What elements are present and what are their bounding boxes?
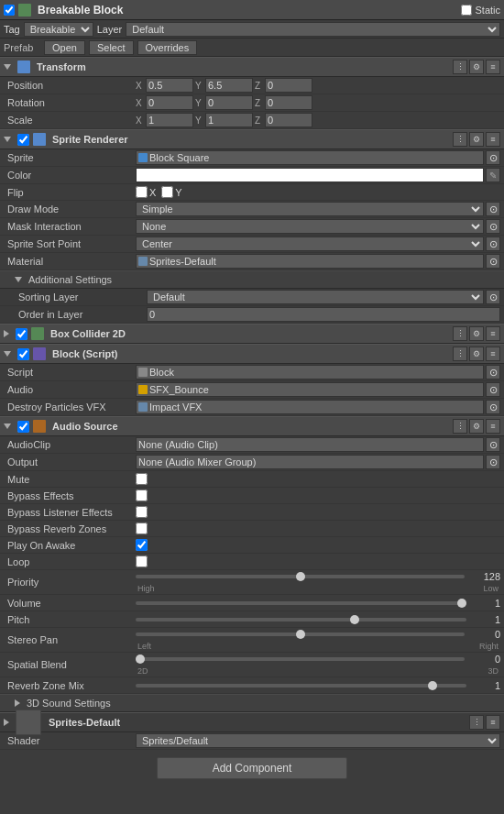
script-pick[interactable]: ⊙ bbox=[486, 365, 500, 380]
reverb-slider[interactable] bbox=[136, 684, 466, 688]
overrides-button[interactable]: Overrides bbox=[137, 40, 198, 55]
box-collider-checkbox[interactable] bbox=[16, 328, 27, 340]
transform-menu-icon[interactable]: ⋮ bbox=[453, 60, 467, 74]
mask-dropdown[interactable]: None bbox=[136, 219, 484, 234]
scale-row: Scale X Y Z bbox=[0, 112, 504, 129]
audioclip-field[interactable]: None (Audio Clip) bbox=[136, 437, 484, 452]
stereo-pan-slider[interactable] bbox=[136, 632, 465, 636]
draw-mode-dropdown[interactable]: Simple bbox=[136, 202, 484, 216]
active-checkbox[interactable] bbox=[4, 5, 15, 16]
block-script-lock-icon[interactable]: ⚙ bbox=[469, 346, 484, 361]
destroy-value: Impact VFX ⊙ bbox=[136, 400, 500, 414]
audioclip-row: AudioClip None (Audio Clip) ⊙ bbox=[0, 436, 504, 454]
pos-y-input[interactable] bbox=[205, 78, 253, 93]
mute-checkbox[interactable] bbox=[136, 473, 148, 485]
sprite-active-checkbox[interactable] bbox=[17, 134, 29, 146]
script-field[interactable]: Block bbox=[136, 365, 484, 380]
sprite-pick-button[interactable]: ⊙ bbox=[486, 150, 500, 165]
flip-y-item: Y bbox=[161, 186, 181, 198]
output-field[interactable]: None (Audio Mixer Group) bbox=[136, 455, 484, 469]
order-in-layer-input[interactable] bbox=[147, 307, 500, 322]
loop-label: Loop bbox=[7, 556, 136, 567]
pos-x-input[interactable] bbox=[146, 78, 193, 93]
rot-x-input[interactable] bbox=[146, 95, 193, 110]
audio-source-menu-icon[interactable]: ⋮ bbox=[453, 419, 467, 434]
select-button[interactable]: Select bbox=[89, 40, 134, 55]
add-component-button[interactable]: Add Component bbox=[157, 757, 348, 779]
pos-z-input[interactable] bbox=[265, 78, 312, 93]
audio-source-lock-icon[interactable]: ⚙ bbox=[469, 419, 484, 434]
play-on-awake-label: Play On Awake bbox=[7, 540, 136, 551]
transform-section-header[interactable]: Transform ⋮ ⚙ ≡ bbox=[0, 57, 504, 77]
mask-pick[interactable]: ⊙ bbox=[486, 219, 500, 234]
audio-field[interactable]: SFX_Bounce bbox=[136, 382, 484, 397]
scale-y-input[interactable] bbox=[205, 113, 253, 127]
scale-x-input[interactable] bbox=[146, 113, 193, 127]
color-pick-button[interactable]: ✎ bbox=[486, 168, 500, 182]
transform-title: Transform bbox=[37, 61, 449, 72]
block-script-checkbox[interactable] bbox=[17, 348, 29, 360]
sprites-default-arrow bbox=[4, 719, 9, 726]
bypass-effects-checkbox[interactable] bbox=[136, 490, 148, 501]
audio-pick[interactable]: ⊙ bbox=[486, 382, 500, 397]
static-checkbox[interactable] bbox=[461, 5, 472, 16]
audioclip-pick[interactable]: ⊙ bbox=[486, 437, 500, 452]
color-field[interactable] bbox=[136, 168, 484, 182]
open-button[interactable]: Open bbox=[44, 40, 85, 55]
flip-y-checkbox[interactable] bbox=[161, 186, 173, 198]
material-object-field[interactable]: Sprites-Default bbox=[136, 254, 484, 269]
spatial-blend-slider[interactable] bbox=[136, 657, 465, 661]
bypass-listener-row: Bypass Listener Effects bbox=[0, 504, 504, 521]
audio-source-section-header[interactable]: Audio Source ⋮ ⚙ ≡ bbox=[0, 416, 504, 436]
block-script-settings-icon[interactable]: ≡ bbox=[486, 346, 500, 361]
additional-settings-header[interactable]: Additional Settings bbox=[0, 270, 504, 289]
output-pick[interactable]: ⊙ bbox=[486, 455, 500, 469]
box-collider-settings-icon[interactable]: ≡ bbox=[486, 326, 500, 341]
block-script-menu-icon[interactable]: ⋮ bbox=[453, 346, 467, 361]
priority-slider[interactable] bbox=[136, 575, 465, 578]
page-title: Breakable Block bbox=[38, 4, 457, 16]
volume-slider[interactable] bbox=[136, 601, 466, 605]
stereo-pan-label: Stereo Pan bbox=[7, 634, 136, 645]
rotation-value: X Y Z bbox=[136, 95, 500, 110]
material-pick[interactable]: ⊙ bbox=[486, 254, 500, 269]
loop-checkbox[interactable] bbox=[136, 556, 148, 567]
box-collider-section-header[interactable]: Box Collider 2D ⋮ ⚙ ≡ bbox=[0, 324, 504, 344]
rot-z-input[interactable] bbox=[265, 95, 312, 110]
box-collider-menu-icon[interactable]: ⋮ bbox=[453, 326, 467, 341]
pitch-slider[interactable] bbox=[136, 618, 466, 622]
audio-source-settings-icon[interactable]: ≡ bbox=[486, 419, 500, 434]
audio-source-checkbox[interactable] bbox=[17, 421, 29, 433]
sprite-menu-icon[interactable]: ⋮ bbox=[453, 132, 467, 147]
destroy-pick[interactable]: ⊙ bbox=[486, 400, 500, 414]
sprites-default-section-header[interactable]: Sprites-Default ⋮ ≡ bbox=[0, 712, 504, 732]
layer-dropdown[interactable]: Default bbox=[126, 22, 500, 37]
sorting-layer-pick[interactable]: ⊙ bbox=[486, 290, 500, 304]
sound-settings-header[interactable]: 3D Sound Settings bbox=[0, 694, 504, 712]
shader-dropdown[interactable]: Sprites/Default bbox=[136, 733, 500, 748]
draw-mode-pick[interactable]: ⊙ bbox=[486, 202, 500, 216]
sprite-sort-pick[interactable]: ⊙ bbox=[486, 236, 500, 251]
block-script-section-header[interactable]: Block (Script) ⋮ ⚙ ≡ bbox=[0, 344, 504, 364]
sprite-sort-dropdown[interactable]: Center bbox=[136, 236, 484, 251]
spatial-2d-label: 2D bbox=[137, 666, 148, 676]
box-collider-lock-icon[interactable]: ⚙ bbox=[469, 326, 484, 341]
transform-lock-icon[interactable]: ⚙ bbox=[469, 60, 484, 74]
sprite-renderer-section-header[interactable]: Sprite Renderer ⋮ ⚙ ≡ bbox=[0, 129, 504, 149]
bypass-reverb-checkbox[interactable] bbox=[136, 522, 148, 534]
tag-dropdown[interactable]: Breakable bbox=[24, 22, 93, 37]
sorting-layer-dropdown[interactable]: Default bbox=[147, 290, 484, 304]
destroy-field[interactable]: Impact VFX bbox=[136, 400, 484, 414]
rot-y-item: Y bbox=[195, 95, 253, 110]
scale-z-input[interactable] bbox=[265, 113, 312, 127]
sprite-lock-icon[interactable]: ⚙ bbox=[469, 132, 484, 147]
rot-y-input[interactable] bbox=[205, 95, 253, 110]
flip-x-checkbox[interactable] bbox=[136, 186, 148, 198]
sprite-settings-icon[interactable]: ≡ bbox=[486, 132, 500, 147]
sprite-object-field[interactable]: Block Square bbox=[136, 150, 484, 165]
transform-settings-icon[interactable]: ≡ bbox=[486, 60, 500, 74]
play-on-awake-checkbox[interactable] bbox=[136, 539, 148, 551]
sprites-default-menu-icon[interactable]: ⋮ bbox=[469, 715, 484, 730]
bypass-listener-checkbox[interactable] bbox=[136, 506, 148, 518]
sprites-default-settings-icon[interactable]: ≡ bbox=[486, 715, 500, 730]
